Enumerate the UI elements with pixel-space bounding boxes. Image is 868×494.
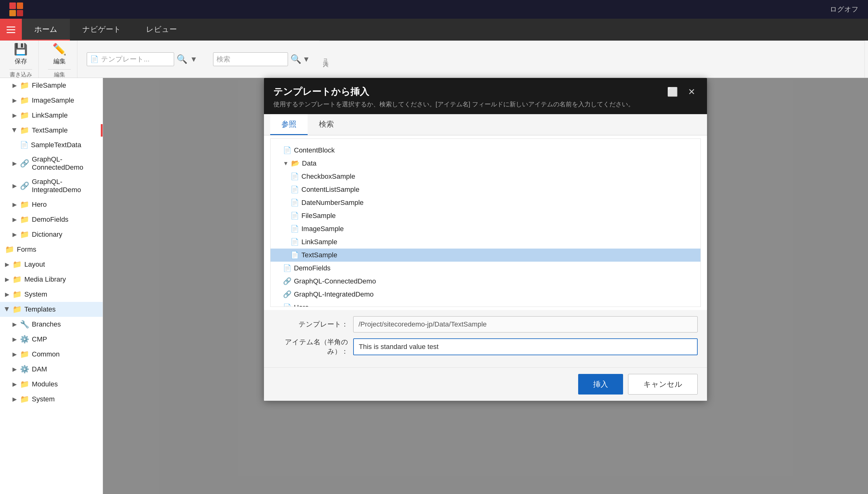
chevron-down-icon: ▶: [4, 307, 11, 311]
sidebar-item-label: System: [24, 290, 47, 299]
sidebar-item-label: System: [32, 395, 55, 403]
folder-icon: 📁: [13, 290, 22, 299]
template-field-row: テンプレート：: [273, 316, 698, 332]
sidebar-item-dam[interactable]: ▶ ⚙️ DAM: [0, 362, 103, 377]
tree-item-label: DateNumberSample: [301, 199, 363, 207]
logoff-link[interactable]: ログオフ: [830, 5, 858, 14]
file-icon: 📄: [290, 251, 299, 259]
search-icon[interactable]: 🔍: [176, 54, 188, 64]
tree-item-textsample[interactable]: 📄 TextSample: [270, 249, 700, 262]
sidebar-item-imagesample[interactable]: ▶ 📁 ImageSample: [0, 93, 103, 108]
sidebar-item-label: Templates: [24, 305, 56, 314]
tree-item-graphql-integrated[interactable]: 🔗 GraphQL-IntegratedDemo: [270, 288, 700, 301]
tree-item-label: CheckboxSample: [301, 172, 355, 180]
sidebar-item-cmp[interactable]: ▶ ⚙️ CMP: [0, 332, 103, 347]
file-icon: 📄: [290, 238, 299, 246]
cancel-button[interactable]: キャンセル: [628, 374, 698, 395]
insert-button[interactable]: 挿入: [578, 374, 623, 395]
tree-item-label: FileSample: [301, 212, 336, 220]
chevron-right-icon: ▶: [13, 216, 17, 223]
sidebar-item-system[interactable]: ▶ 📁 System: [0, 287, 103, 302]
template-input[interactable]: [353, 316, 698, 332]
save-button[interactable]: 💾 保存: [10, 40, 32, 68]
chevron-right-icon: ▶: [13, 321, 17, 328]
edit-button[interactable]: ✏️ 編集: [48, 40, 71, 68]
sidebar-item-filesample[interactable]: ▶ 📁 FileSample: [0, 78, 103, 93]
folder-icon: ⚙️: [20, 335, 29, 344]
nav-tab-home[interactable]: ホーム: [22, 19, 70, 40]
sidebar-item-graphql-connected[interactable]: ▶ 🔗 GraphQL-ConnectedDemo: [0, 152, 103, 175]
sidebar-item-layout[interactable]: ▶ 📁 Layout: [0, 257, 103, 272]
sidebar-item-templates[interactable]: ▶ 📁 Templates: [0, 302, 103, 317]
sidebar-item-branches[interactable]: ▶ 🔧 Branches: [0, 317, 103, 332]
sidebar-item-graphql-integrated[interactable]: ▶ 🔗 GraphQL-IntegratedDemo: [0, 175, 103, 197]
item-name-field-row: アイテム名（半角のみ）：: [273, 338, 698, 356]
tree-item-checkboxsample[interactable]: 📄 CheckboxSample: [270, 170, 700, 183]
tree-item-label: Hero: [294, 303, 309, 307]
sidebar-item-label: Layout: [24, 261, 45, 268]
tab-search[interactable]: 検索: [308, 114, 345, 135]
template-label: テンプレート：: [273, 320, 348, 329]
sidebar-item-label: ImageSample: [32, 96, 74, 104]
red-indicator: [101, 124, 103, 137]
tree-item-filesample[interactable]: 📄 FileSample: [270, 209, 700, 222]
file-special-icon: 🔗: [283, 290, 291, 299]
tree-item-label: Data: [302, 159, 316, 168]
ribbon-dropdown-icon[interactable]: ▼: [303, 55, 310, 64]
hamburger-menu[interactable]: [0, 19, 22, 40]
sidebar-item-dictionary[interactable]: ▶ 📁 Dictionary: [0, 227, 103, 242]
sidebar-item-label: GraphQL-IntegratedDemo: [32, 178, 98, 194]
search-input-ribbon[interactable]: 検索: [213, 52, 288, 66]
edit-icon: ✏️: [52, 43, 67, 56]
template-icon: 📄: [90, 55, 99, 63]
sidebar: ▶ 📁 FileSample ▶ 📁 ImageSample ▶ 📁 LinkS…: [0, 78, 103, 494]
folder-icon: 📂: [291, 159, 300, 168]
sidebar-item-common[interactable]: ▶ 📁 Common: [0, 347, 103, 362]
template-insert-modal: テンプレートから挿入 使用するテンプレートを選択するか、検索してください。[アイ…: [264, 78, 707, 401]
ribbon-search-icon[interactable]: 🔍: [290, 54, 301, 64]
chevron-right-icon: ▶: [13, 160, 17, 167]
item-name-input[interactable]: [353, 338, 698, 355]
tree-item-label: ContentBlock: [294, 146, 335, 154]
sidebar-item-textsample[interactable]: ▶ 📁 TextSample: [0, 123, 103, 138]
file-icon: 📄: [20, 141, 29, 149]
sidebar-item-hero[interactable]: ▶ 📁 Hero: [0, 197, 103, 212]
chevron-right-icon: ▶: [13, 336, 17, 343]
tree-item-imagesample[interactable]: 📄 ImageSample: [270, 222, 700, 235]
sidebar-item-modules[interactable]: ▶ 📁 Modules: [0, 377, 103, 392]
sidebar-item-label: Common: [32, 350, 60, 358]
modal-header: テンプレートから挿入 使用するテンプレートを選択するか、検索してください。[アイ…: [264, 78, 707, 114]
nav-tab-navigate[interactable]: ナビゲート: [70, 19, 134, 40]
tree-item-label: ImageSample: [301, 225, 344, 233]
tree-item-contentblock[interactable]: 📄 ContentBlock: [270, 144, 700, 157]
main-layout: ▶ 📁 FileSample ▶ 📁 ImageSample ▶ 📁 LinkS…: [0, 78, 868, 494]
sidebar-item-demofields[interactable]: ▶ 📁 DemoFields: [0, 212, 103, 227]
sidebar-item-system-sub[interactable]: ▶ 📁 System: [0, 392, 103, 407]
tree-item-datenumbersample[interactable]: 📄 DateNumberSample: [270, 196, 700, 209]
dropdown-icon[interactable]: ▼: [190, 55, 197, 64]
sidebar-item-linksample[interactable]: ▶ 📁 LinkSample: [0, 108, 103, 123]
file-icon: 📄: [283, 146, 291, 154]
tree-item-hero[interactable]: 📄 Hero: [270, 301, 700, 307]
sidebar-item-label: DAM: [32, 365, 47, 373]
content-area: テンプレートから挿入 使用するテンプレートを選択するか、検索してください。[アイ…: [103, 78, 868, 494]
modal-header-actions: ⬜ ✕: [664, 86, 698, 98]
tree-item-linksample[interactable]: 📄 LinkSample: [270, 235, 700, 249]
tab-browse[interactable]: 参照: [270, 114, 308, 135]
maximize-button[interactable]: ⬜: [664, 86, 680, 98]
nav-tab-review[interactable]: レビュー: [134, 19, 189, 40]
sidebar-item-media-library[interactable]: ▶ 📁 Media Library: [0, 272, 103, 287]
chevron-right-icon: ▶: [5, 261, 10, 268]
sidebar-item-forms[interactable]: 📁 Forms: [0, 242, 103, 257]
tree-item-contentlistsample[interactable]: 📄 ContentListSample: [270, 183, 700, 196]
chevron-right-icon: ▶: [13, 366, 17, 373]
sidebar-item-label: Media Library: [24, 276, 66, 284]
sidebar-item-label: LinkSample: [32, 111, 68, 119]
tree-item-demofields[interactable]: 📄 DemoFields: [270, 262, 700, 275]
sidebar-item-sampletextdata[interactable]: 📄 SampleTextData: [0, 138, 103, 152]
close-button[interactable]: ✕: [685, 86, 698, 98]
folder-icon: 📁: [5, 245, 14, 254]
tree-item-data[interactable]: ▼ 📂 Data: [270, 157, 700, 170]
tree-item-graphql-connected[interactable]: 🔗 GraphQL-ConnectedDemo: [270, 275, 700, 288]
folder-icon: 🔧: [20, 320, 29, 329]
